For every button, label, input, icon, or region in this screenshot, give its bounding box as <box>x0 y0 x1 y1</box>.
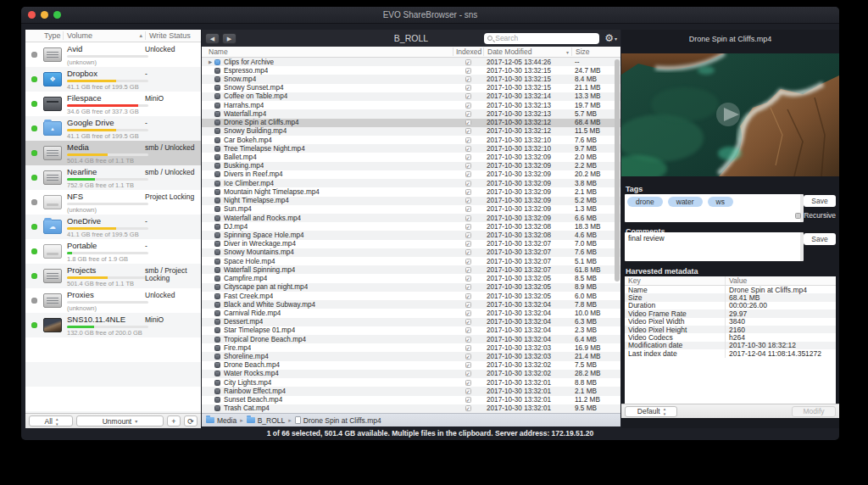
file-row[interactable]: Trash Cat.mp4 ✓ 2017-10-30 13:32:01 9.5 … <box>202 404 620 413</box>
indexed-checkbox[interactable]: ✓ <box>465 224 471 230</box>
actions-menu-button[interactable]: ⚙ ▾ <box>604 32 617 44</box>
minimize-window-button[interactable] <box>41 11 48 19</box>
file-row[interactable]: Black and White Subway.mp4 ✓ 2017-10-30 … <box>202 300 620 309</box>
indexed-checkbox[interactable]: ✓ <box>465 137 471 143</box>
indexed-checkbox[interactable]: ✓ <box>465 198 471 203</box>
file-row[interactable]: Campfire.mp4 ✓ 2017-10-30 13:32:05 8.5 M… <box>202 274 620 282</box>
indexed-checkbox[interactable]: ✓ <box>465 284 471 290</box>
file-row[interactable]: Waterfall.mp4 ✓ 2017-10-30 13:32:13 5.7 … <box>202 109 620 118</box>
file-row[interactable]: Ballet.mp4 ✓ 2017-10-30 13:32:09 2.0 MB <box>202 153 620 161</box>
column-header-key[interactable]: Key <box>625 276 725 285</box>
file-row[interactable]: Car Bokeh.mp4 ✓ 2017-10-30 13:32:10 7.6 … <box>202 136 620 144</box>
indexed-checkbox[interactable]: ✓ <box>465 206 471 212</box>
indexed-checkbox[interactable]: ✓ <box>465 85 471 91</box>
file-row[interactable]: Snowy Mountains.mp4 ✓ 2017-10-30 13:32:0… <box>202 248 620 257</box>
file-row[interactable]: Rainbow Effect.mp4 ✓ 2017-10-30 13:32:01… <box>202 387 620 395</box>
volume-row[interactable]: SNS10.11.4NLE 132.0 GB free of 200.0 GB … <box>25 313 201 337</box>
indexed-checkbox[interactable]: ✓ <box>465 362 471 368</box>
unmount-select[interactable]: Unmount ▾ <box>76 415 164 426</box>
indexed-checkbox[interactable]: ✓ <box>465 293 471 299</box>
indexed-checkbox[interactable]: ✓ <box>465 171 471 177</box>
forward-button[interactable]: ▶ <box>222 33 236 44</box>
volume-row[interactable]: Proxies (unknown) Unlocked <box>25 288 201 313</box>
breadcrumb-item[interactable]: Drone Spin at Cliffs.mp4 <box>295 416 381 425</box>
indexed-checkbox[interactable]: ✓ <box>465 249 471 255</box>
column-header-value[interactable]: Value <box>725 276 836 285</box>
file-row[interactable]: Waterfall and Rocks.mp4 ✓ 2017-10-30 13:… <box>202 214 620 222</box>
volume-row[interactable]: Dropbox 41.1 GB free of 199.5 GB - <box>25 67 201 92</box>
indexed-checkbox[interactable]: ✓ <box>465 111 471 117</box>
indexed-checkbox[interactable]: ✓ <box>465 93 471 99</box>
indexed-checkbox[interactable]: ✓ <box>465 310 471 316</box>
recursive-option[interactable]: Recursive <box>795 211 836 220</box>
column-header-size[interactable]: Size <box>571 47 620 56</box>
file-row[interactable]: Night Timelapse.mp4 ✓ 2017-10-30 13:32:0… <box>202 197 620 205</box>
indexed-checkbox[interactable]: ✓ <box>465 215 471 221</box>
file-row[interactable]: Star Timelapse 01.mp4 ✓ 2017-10-30 13:32… <box>202 326 620 335</box>
file-row[interactable]: ▶ Clips for Archive ✓ 2017-12-05 13:44:2… <box>202 58 620 66</box>
disclosure-triangle-icon[interactable]: ▶ <box>209 59 214 64</box>
file-row[interactable]: Busking.mp4 ✓ 2017-10-30 13:32:09 2.2 MB <box>202 162 620 170</box>
file-row[interactable]: Spinning Space Hole.mp4 ✓ 2017-10-30 13:… <box>202 231 620 239</box>
save-comments-button[interactable]: Save <box>804 233 836 245</box>
column-header-indexed[interactable]: Indexed <box>453 47 483 56</box>
volume-row[interactable]: OneDrive 41.1 GB free of 199.5 GB - <box>25 215 201 239</box>
indexed-checkbox[interactable]: ✓ <box>465 302 471 308</box>
file-row[interactable]: Drone Beach.mp4 ✓ 2017-10-30 13:32:02 7.… <box>202 361 620 370</box>
column-header-write-status[interactable]: Write Status <box>145 31 201 40</box>
file-row[interactable]: Tropical Drone Beach.mp4 ✓ 2017-10-30 13… <box>202 335 620 343</box>
file-row[interactable]: Coffee on Table.mp4 ✓ 2017-10-30 13:32:1… <box>202 92 620 101</box>
video-preview[interactable] <box>621 53 839 176</box>
file-row[interactable]: Sunset Beach.mp4 ✓ 2017-10-30 13:32:01 1… <box>202 396 620 404</box>
file-row[interactable]: Diver in Wreckage.mp4 ✓ 2017-10-30 13:32… <box>202 240 620 248</box>
indexed-checkbox[interactable]: ✓ <box>465 276 471 282</box>
volume-row[interactable]: Projects 501.4 GB free of 1.1 TB smb / P… <box>25 264 201 288</box>
indexed-checkbox[interactable]: ✓ <box>465 189 471 195</box>
file-row[interactable]: Ice Climber.mp4 ✓ 2017-10-30 13:32:09 3.… <box>202 179 620 187</box>
indexed-checkbox[interactable]: ✓ <box>465 380 471 386</box>
file-row[interactable]: City Lights.mp4 ✓ 2017-10-30 13:32:01 8.… <box>202 378 620 387</box>
indexed-checkbox[interactable]: ✓ <box>465 397 471 403</box>
indexed-checkbox[interactable]: ✓ <box>465 103 471 109</box>
file-row[interactable]: Shoreline.mp4 ✓ 2017-10-30 13:32:03 21.4… <box>202 352 620 360</box>
preset-select[interactable]: Default ▴▾ <box>625 406 677 417</box>
volume-row[interactable]: Nearline 752.9 GB free of 1.1 TB smb / U… <box>25 165 201 190</box>
modify-button[interactable]: Modify <box>792 406 836 417</box>
indexed-checkbox[interactable]: ✓ <box>465 232 471 238</box>
file-row[interactable]: Drone Spin at Cliffs.mp4 ✓ 2017-10-30 13… <box>202 119 620 127</box>
column-header-date-modified[interactable]: Date Modified ▾ <box>483 47 571 56</box>
tag-pill[interactable]: ws <box>708 197 733 207</box>
indexed-checkbox[interactable]: ✓ <box>465 388 471 394</box>
column-header-name[interactable]: Name <box>202 47 453 56</box>
file-row[interactable]: Snowy Sunset.mp4 ✓ 2017-10-30 13:32:15 2… <box>202 84 620 92</box>
file-row[interactable]: Carnival Ride.mp4 ✓ 2017-10-30 13:32:04 … <box>202 309 620 317</box>
indexed-checkbox[interactable]: ✓ <box>465 128 471 134</box>
comments-input[interactable]: final review <box>625 232 804 261</box>
tag-pill[interactable]: water <box>668 197 703 207</box>
file-row[interactable]: Dessert.mp4 ✓ 2017-10-30 13:32:04 6.3 MB <box>202 318 620 326</box>
column-header-type[interactable]: Type <box>25 31 63 40</box>
file-row[interactable]: Water Rocks.mp4 ✓ 2017-10-30 13:32:02 28… <box>202 370 620 378</box>
file-row[interactable]: Waterfall Spinning.mp4 ✓ 2017-10-30 13:3… <box>202 265 620 274</box>
file-row[interactable]: Divers in Reef.mp4 ✓ 2017-10-30 13:32:09… <box>202 170 620 179</box>
add-volume-button[interactable]: + <box>167 415 181 426</box>
indexed-checkbox[interactable]: ✓ <box>465 354 471 360</box>
indexed-checkbox[interactable]: ✓ <box>465 345 471 351</box>
indexed-checkbox[interactable]: ✓ <box>465 154 471 160</box>
volume-row[interactable]: Media 501.4 GB free of 1.1 TB smb / Unlo… <box>25 141 201 165</box>
indexed-checkbox[interactable]: ✓ <box>465 405 471 411</box>
file-row[interactable]: Espresso.mp4 ✓ 2017-10-30 13:32:15 24.7 … <box>202 66 620 75</box>
volume-filter-select[interactable]: All ▴▾ <box>29 415 73 426</box>
search-input[interactable] <box>495 34 596 42</box>
file-row[interactable]: Snowy Building.mp4 ✓ 2017-10-30 13:32:12… <box>202 127 620 136</box>
zoom-window-button[interactable] <box>53 11 61 19</box>
indexed-checkbox[interactable]: ✓ <box>465 241 471 247</box>
indexed-checkbox[interactable]: ✓ <box>465 319 471 325</box>
file-row[interactable]: Space Hole.mp4 ✓ 2017-10-30 13:32:07 5.1… <box>202 257 620 265</box>
back-button[interactable]: ◀ <box>205 33 220 44</box>
file-row[interactable]: Cityscape pan at night.mp4 ✓ 2017-10-30 … <box>202 283 620 292</box>
recursive-checkbox[interactable] <box>795 213 801 219</box>
indexed-checkbox[interactable]: ✓ <box>465 163 471 169</box>
column-header-volume[interactable]: Volume <box>63 31 139 40</box>
indexed-checkbox[interactable]: ✓ <box>465 68 471 74</box>
